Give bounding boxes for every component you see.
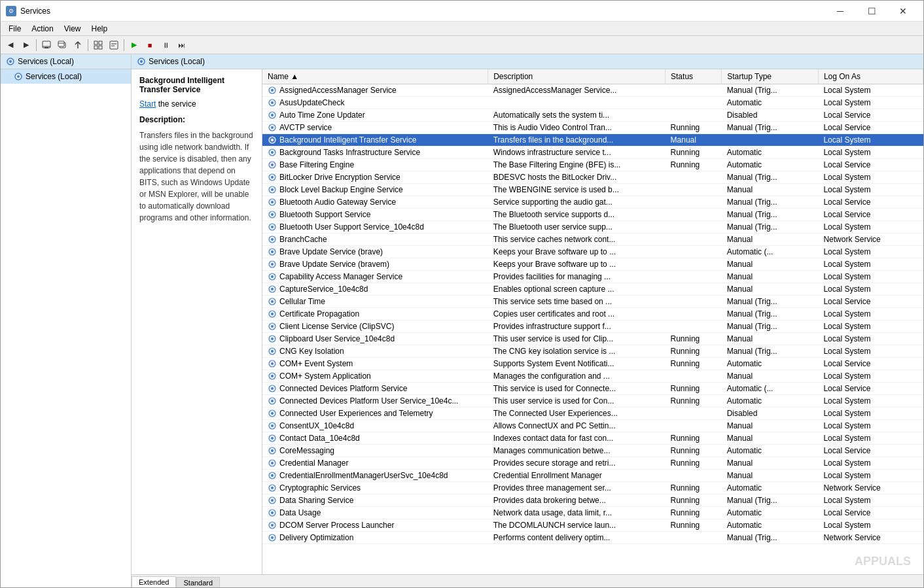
table-row[interactable]: Client License Service (ClipSVC)Provides… — [262, 320, 923, 333]
service-status-cell — [666, 97, 722, 109]
console-button[interactable] — [39, 38, 54, 52]
name-cell-content: AssignedAccessManager Service — [268, 86, 483, 95]
pause-button[interactable]: ⏸ — [158, 38, 173, 52]
table-row[interactable]: AsusUpdateCheckAutomaticLocal System — [262, 97, 923, 109]
service-name-text: Cellular Time — [279, 297, 325, 306]
service-name-cell: Data Sharing Service — [262, 494, 488, 507]
service-icon — [268, 247, 277, 256]
table-row[interactable]: BitLocker Drive Encryption ServiceBDESVC… — [262, 171, 923, 184]
service-status-cell: Running — [666, 445, 722, 457]
menu-file[interactable]: File — [3, 23, 26, 35]
table-row[interactable]: Background Tasks Infrastructure ServiceW… — [262, 147, 923, 159]
service-icon — [268, 173, 277, 182]
name-cell-content: Background Tasks Infrastructure Service — [268, 148, 483, 157]
svg-point-86 — [271, 499, 274, 502]
name-cell-content: Clipboard User Service_10e4c8d — [268, 334, 483, 343]
table-row[interactable]: Connected User Experiences and Telemetry… — [262, 407, 923, 420]
table-header: Name ▲ Description Status Startup Type L… — [262, 69, 923, 84]
table-row[interactable]: Block Level Backup Engine ServiceThe WBE… — [262, 184, 923, 196]
table-row[interactable]: CNG Key IsolationThe CNG key isolation s… — [262, 345, 923, 358]
table-row[interactable]: Background Intelligent Transfer ServiceT… — [262, 134, 923, 147]
col-header-logon[interactable]: Log On As — [818, 69, 923, 84]
table-row[interactable]: AVCTP serviceThis is Audio Video Control… — [262, 122, 923, 134]
new-window-button[interactable] — [55, 38, 69, 52]
service-name-cell: Credential Manager — [262, 457, 488, 470]
minimize-button[interactable]: ─ — [825, 1, 855, 22]
table-row[interactable]: Cryptographic ServicesProvides three man… — [262, 482, 923, 494]
split-layout: Background Intelligent Transfer Service … — [132, 69, 923, 574]
service-status-cell — [666, 233, 722, 246]
table-row[interactable]: Contact Data_10e4c8dIndexes contact data… — [262, 432, 923, 445]
back-button[interactable]: ◀ — [3, 38, 18, 52]
service-icon — [268, 334, 277, 343]
services-table-container[interactable]: Name ▲ Description Status Startup Type L… — [262, 69, 923, 574]
table-row[interactable]: Certificate PropagationCopies user certi… — [262, 308, 923, 320]
up-button[interactable] — [71, 38, 85, 52]
nav-item-services-local[interactable]: Services (Local) — [1, 69, 131, 84]
stop-button[interactable]: ■ — [143, 38, 157, 52]
forward-button[interactable]: ▶ — [19, 38, 33, 52]
table-row[interactable]: BranchCacheThis service caches network c… — [262, 233, 923, 246]
col-header-startup[interactable]: Startup Type — [722, 69, 819, 84]
service-description-cell: The Connected User Experiences... — [488, 407, 666, 420]
service-name-cell: COM+ Event System — [262, 358, 488, 370]
service-status-cell — [666, 196, 722, 209]
table-row[interactable]: AssignedAccessManager ServiceAssignedAcc… — [262, 84, 923, 97]
service-logon-cell: Local Service — [818, 196, 923, 209]
menu-help[interactable]: Help — [86, 23, 113, 35]
services-table: Name ▲ Description Status Startup Type L… — [262, 69, 923, 544]
table-row[interactable]: Delivery OptimizationPerforms content de… — [262, 532, 923, 544]
table-row[interactable]: Data UsageNetwork data usage, data limit… — [262, 507, 923, 519]
table-row[interactable]: Clipboard User Service_10e4c8dThis user … — [262, 333, 923, 345]
service-description-cell: This user service is used for Clip... — [488, 333, 666, 345]
table-row[interactable]: DCOM Server Process LauncherThe DCOMLAUN… — [262, 519, 923, 532]
table-row[interactable]: Cellular TimeThis service sets time base… — [262, 296, 923, 308]
table-row[interactable]: Brave Update Service (bravem)Keeps your … — [262, 258, 923, 271]
table-row[interactable]: COM+ Event SystemSupports System Event N… — [262, 358, 923, 370]
table-row[interactable]: CoreMessagingManages communication betwe… — [262, 445, 923, 457]
close-button[interactable]: ✕ — [888, 1, 918, 22]
table-row[interactable]: Bluetooth User Support Service_10e4c8dTh… — [262, 221, 923, 233]
service-startup-cell: Manual (Trig... — [722, 320, 819, 333]
tab-standard[interactable]: Standard — [176, 577, 220, 587]
name-cell-content: Cryptographic Services — [268, 483, 483, 493]
table-row[interactable]: Auto Time Zone UpdaterAutomatically sets… — [262, 109, 923, 122]
table-row[interactable]: Credential ManagerProvides secure storag… — [262, 457, 923, 470]
service-icon — [268, 521, 277, 530]
col-header-status[interactable]: Status — [666, 69, 722, 84]
table-row[interactable]: Base Filtering EngineThe Base Filtering … — [262, 159, 923, 171]
table-row[interactable]: CaptureService_10e4c8dEnables optional s… — [262, 283, 923, 296]
start-service-link[interactable]: Start — [139, 99, 156, 109]
table-row[interactable]: ConsentUX_10e4c8dAllows ConnectUX and PC… — [262, 420, 923, 432]
menu-view[interactable]: View — [59, 23, 86, 35]
service-description-cell: Allows ConnectUX and PC Settin... — [488, 420, 666, 432]
svg-point-54 — [271, 300, 274, 303]
table-row[interactable]: Bluetooth Audio Gateway ServiceService s… — [262, 196, 923, 209]
service-icon — [268, 148, 277, 157]
service-status-cell: Running — [666, 159, 722, 171]
properties-button[interactable] — [107, 38, 121, 52]
maximize-button[interactable]: ☐ — [857, 1, 887, 22]
table-row[interactable]: Brave Update Service (brave)Keeps your B… — [262, 246, 923, 258]
table-row[interactable]: Connected Devices Platform ServiceThis s… — [262, 383, 923, 395]
service-startup-cell: Manual — [722, 370, 819, 383]
service-startup-cell: Manual (Trig... — [722, 296, 819, 308]
toolbar: ◀ ▶ — [1, 36, 923, 54]
app-icon: ⚙ — [6, 6, 16, 16]
table-row[interactable]: Data Sharing ServiceProvides data broker… — [262, 494, 923, 507]
table-row[interactable]: CredentialEnrollmentManagerUserSvc_10e4c… — [262, 470, 923, 482]
table-row[interactable]: COM+ System ApplicationManages the confi… — [262, 370, 923, 383]
tab-extended[interactable]: Extended — [132, 576, 176, 587]
play-button[interactable]: ▶ — [127, 38, 141, 52]
svg-point-20 — [271, 89, 274, 92]
table-row[interactable]: Connected Devices Platform User Service_… — [262, 395, 923, 407]
col-header-name[interactable]: Name ▲ — [262, 69, 488, 84]
show-hide-button[interactable] — [91, 38, 105, 52]
service-name-cell: DCOM Server Process Launcher — [262, 519, 488, 532]
service-startup-cell: Manual (Trig... — [722, 209, 819, 221]
resume-button[interactable]: ⏭ — [174, 38, 188, 52]
col-header-description[interactable]: Description — [488, 69, 666, 84]
table-row[interactable]: Capability Access Manager ServiceProvide… — [262, 271, 923, 283]
table-row[interactable]: Bluetooth Support ServiceThe Bluetooth s… — [262, 209, 923, 221]
menu-action[interactable]: Action — [26, 23, 58, 35]
